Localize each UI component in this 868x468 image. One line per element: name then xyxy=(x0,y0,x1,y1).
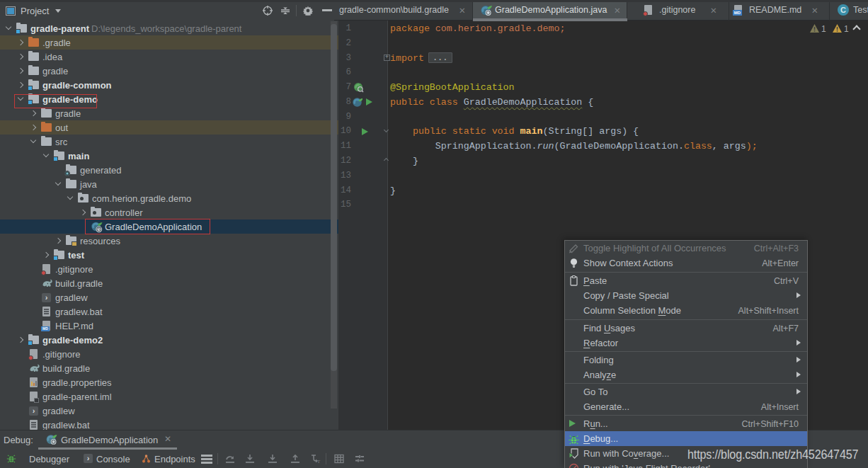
svg-text:T: T xyxy=(317,459,321,464)
